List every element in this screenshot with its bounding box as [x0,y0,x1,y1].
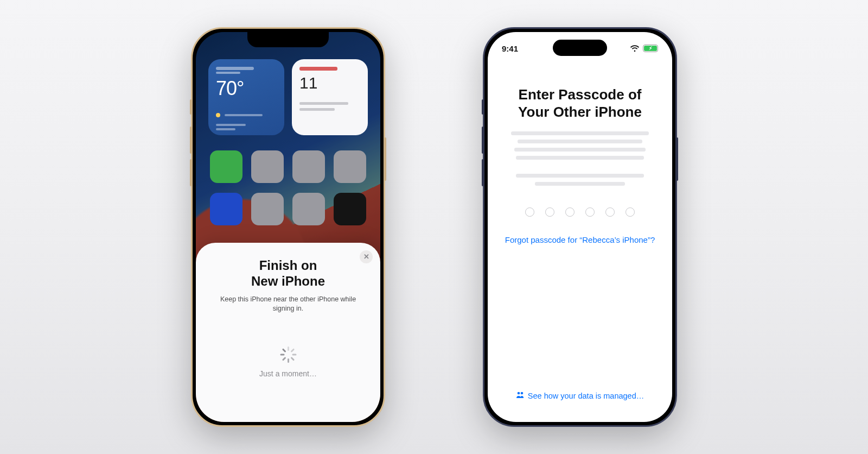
passcode-setup-screen: Enter Passcode of Your Other iPhone Forg… [488,86,672,422]
notch [247,32,329,47]
home-apps-grid [196,150,380,225]
spinner-label: Just a moment… [207,369,369,378]
app-icon-2[interactable] [251,150,284,183]
app-icon-6[interactable] [251,193,284,225]
mute-switch[interactable] [190,99,192,115]
calendar-day: 11 [299,74,360,92]
side-button[interactable] [676,137,678,181]
loading-indicator: Just a moment… [207,346,369,378]
dynamic-island [553,40,607,56]
app-icon-5[interactable] [210,193,242,225]
charging-bolt-icon: ⚡︎ [649,46,652,51]
volume-down-button[interactable] [482,159,484,186]
sheet-title: Finish on New iPhone [207,258,369,289]
app-icon-8[interactable] [334,193,366,225]
source-iphone: 70° 11 ✕ Finish on New iPhone Keep t [191,27,385,427]
mute-switch[interactable] [482,99,484,115]
transfer-sheet: ✕ Finish on New iPhone Keep this iPhone … [196,243,380,422]
app-icon-4[interactable] [334,150,366,183]
setup-title: Enter Passcode of Your Other iPhone [500,86,660,121]
passcode-dot [585,207,595,217]
close-button[interactable]: ✕ [360,250,373,263]
passcode-dot [525,207,534,217]
target-iphone-screen: 9:41 ⚡︎ Enter Passcode of Your Other iPh… [488,32,672,422]
calendar-event-strip [299,67,337,71]
passcode-dot [565,207,575,217]
passcode-dot [545,207,554,217]
app-icon-1[interactable] [210,150,242,183]
side-button[interactable] [384,137,386,181]
battery-icon: ⚡︎ [643,45,658,52]
wifi-icon [630,45,640,52]
description-placeholder [500,131,660,186]
volume-up-button[interactable] [482,127,484,154]
app-icon-3[interactable] [292,150,325,183]
app-icon-7[interactable] [292,193,325,225]
forgot-passcode-link[interactable]: Forgot passcode for “Rebecca’s iPhone”? [500,235,660,244]
volume-up-button[interactable] [190,127,192,154]
status-time: 9:41 [502,44,518,53]
source-iphone-screen: 70° 11 ✕ Finish on New iPhone Keep t [196,32,380,422]
data-management-link[interactable]: See how your data is managed… [488,391,672,400]
spinner-icon [280,346,296,363]
passcode-input[interactable] [500,207,660,217]
passcode-dot [626,207,635,217]
calendar-widget[interactable]: 11 [292,59,368,135]
target-iphone: 9:41 ⚡︎ Enter Passcode of Your Other iPh… [483,27,677,427]
privacy-people-icon [516,391,525,400]
weather-widget[interactable]: 70° [208,59,284,135]
volume-down-button[interactable] [190,159,192,186]
svg-point-1 [520,392,523,395]
weather-temperature: 70° [216,77,277,100]
passcode-dot [605,207,615,217]
svg-point-0 [517,392,520,395]
sheet-description: Keep this iPhone near the other iPhone w… [207,295,369,314]
home-widgets: 70° 11 [196,59,380,135]
sun-icon [216,113,220,117]
